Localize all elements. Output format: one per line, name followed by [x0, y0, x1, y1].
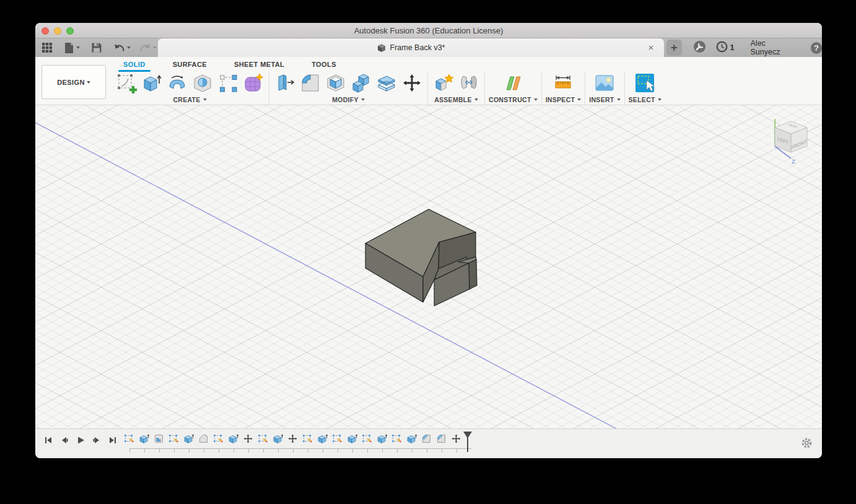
assemble-dropdown[interactable]: ASSEMBLE: [434, 96, 478, 103]
sketch-icon: [258, 433, 268, 444]
timeline-playhead[interactable]: [463, 431, 473, 456]
job-status-button[interactable]: [693, 40, 706, 56]
timeline-feature-move-9[interactable]: [243, 433, 253, 444]
measure-button[interactable]: [551, 71, 575, 95]
timeline-feature-extrude-5[interactable]: [183, 433, 194, 444]
timeline-feature-move-12[interactable]: [287, 433, 298, 444]
timeline-feature-sketch-1[interactable]: [124, 433, 134, 444]
timeline-feature-sketch-7[interactable]: [213, 433, 224, 444]
rectangular-pattern-button[interactable]: [216, 71, 240, 95]
inspect-dropdown[interactable]: INSPECT: [546, 96, 582, 103]
group-label-text: SELECT: [629, 96, 655, 103]
undo-button[interactable]: [112, 40, 132, 55]
timeline-settings-button[interactable]: [800, 437, 813, 452]
show-data-panel-button[interactable]: [40, 40, 54, 55]
play-button[interactable]: [74, 435, 87, 448]
create-dropdown[interactable]: CREATE: [173, 96, 206, 103]
timeline-feature-sketch-15[interactable]: [332, 433, 343, 444]
select-dropdown[interactable]: SELECT: [629, 96, 662, 103]
extrude-icon: [139, 433, 149, 444]
go-to-start-icon: [43, 435, 53, 448]
timeline-feature-extrude-18[interactable]: [377, 433, 387, 444]
modify-dropdown[interactable]: MODIFY: [332, 96, 365, 103]
timeline-feature-sketch-17[interactable]: [362, 433, 372, 444]
timeline-feature-sketch-4[interactable]: [168, 433, 179, 444]
timeline-feature-extrude-16[interactable]: [347, 433, 357, 444]
chamfer-icon: [198, 433, 209, 444]
new-tab-button[interactable]: +: [666, 40, 682, 56]
timeline-feature-sketch-13[interactable]: [302, 433, 313, 444]
model-body[interactable]: [365, 209, 477, 306]
timeline-feature-move-23[interactable]: [451, 433, 461, 444]
revolve-button[interactable]: [165, 71, 189, 95]
ribbon-tab-solid[interactable]: SOLID: [110, 58, 159, 71]
create-sketch-button[interactable]: [115, 71, 138, 95]
timeline-feature-fillet-22[interactable]: [436, 433, 447, 444]
timeline-feature-shell-3[interactable]: [154, 433, 164, 444]
go-to-start-button[interactable]: [41, 435, 55, 448]
user-account-button[interactable]: Alec Sunyecz: [751, 39, 795, 56]
press-pull-button[interactable]: [273, 71, 297, 95]
ribbon-tab-tools[interactable]: TOOLS: [298, 58, 350, 71]
file-menu-button[interactable]: [63, 40, 81, 55]
new-component-button[interactable]: [432, 71, 455, 95]
construct-dropdown[interactable]: CONSTRUCT: [489, 96, 538, 103]
macos-titlebar[interactable]: Autodesk Fusion 360 (Education License): [35, 23, 822, 38]
document-tab[interactable]: Frame Back v3* ×: [158, 38, 664, 57]
ribbon-tab-surface[interactable]: SURFACE: [159, 58, 221, 71]
insert-image-icon: [594, 72, 615, 93]
timeline-feature-extrude-20[interactable]: [406, 433, 417, 444]
timeline-feature-extrude-11[interactable]: [273, 433, 283, 444]
group-separator: [484, 72, 485, 105]
group-separator: [585, 72, 585, 105]
chevron-down-icon: [361, 98, 365, 101]
move-button[interactable]: [400, 71, 424, 95]
combine-button[interactable]: [349, 71, 373, 95]
timeline-feature-extrude-8[interactable]: [228, 433, 238, 444]
timeline-feature-sketch-10[interactable]: [258, 433, 268, 444]
wrench-icon: [693, 45, 706, 55]
timeline-feature-fillet-21[interactable]: [421, 433, 432, 444]
timeline-feature-extrude-14[interactable]: [317, 433, 328, 444]
step-back-button[interactable]: [58, 435, 71, 448]
fillet-button[interactable]: [299, 71, 322, 95]
extrude-button[interactable]: [140, 71, 164, 95]
notification-center-button[interactable]: 1: [716, 41, 735, 55]
create-form-button[interactable]: [242, 71, 265, 95]
model-viewport[interactable]: TOPLEFTFRONTZ: [35, 105, 822, 428]
chevron-down-icon: [127, 46, 131, 49]
extrude-icon: [141, 72, 162, 93]
help-button[interactable]: ?: [811, 42, 822, 54]
step-forward-button[interactable]: [90, 435, 103, 448]
insert-dropdown[interactable]: INSERT: [589, 96, 620, 103]
document-tab-label: Frame Back v3*: [390, 43, 445, 52]
split-body-button[interactable]: [375, 71, 398, 95]
fillet-icon: [421, 433, 432, 444]
select-button[interactable]: [633, 71, 657, 95]
timeline-feature-sketch-19[interactable]: [391, 433, 402, 444]
notification-count: 1: [730, 43, 735, 52]
hole-button[interactable]: [191, 71, 214, 95]
create-form-icon: [243, 72, 264, 93]
z-axis-label[interactable]: Z: [792, 159, 795, 165]
timeline-feature-chamfer-6[interactable]: [198, 433, 209, 444]
gear-icon: [800, 441, 813, 451]
timeline-feature-extrude-2[interactable]: [139, 433, 149, 444]
workspace-selector[interactable]: DESIGN: [41, 65, 106, 99]
joint-button[interactable]: [457, 71, 481, 95]
close-tab-button[interactable]: ×: [645, 42, 657, 53]
ribbon-tab-sheet-metal[interactable]: SHEET METAL: [221, 58, 298, 71]
viewport-canvas: [35, 105, 822, 428]
save-button[interactable]: [90, 40, 103, 55]
redo-button[interactable]: [138, 40, 158, 55]
group-separator: [427, 72, 428, 105]
shell-button[interactable]: [324, 71, 347, 95]
play-icon: [76, 435, 85, 448]
view-cube[interactable]: TOPLEFTFRONTZ: [753, 110, 822, 172]
model-arm-right-face[interactable]: [469, 259, 477, 289]
chevron-down-icon: [474, 98, 478, 101]
construction-plane-button[interactable]: [501, 71, 525, 95]
go-to-end-button[interactable]: [106, 435, 120, 448]
grid-icon: [41, 42, 53, 53]
insert-image-button[interactable]: [593, 71, 616, 95]
